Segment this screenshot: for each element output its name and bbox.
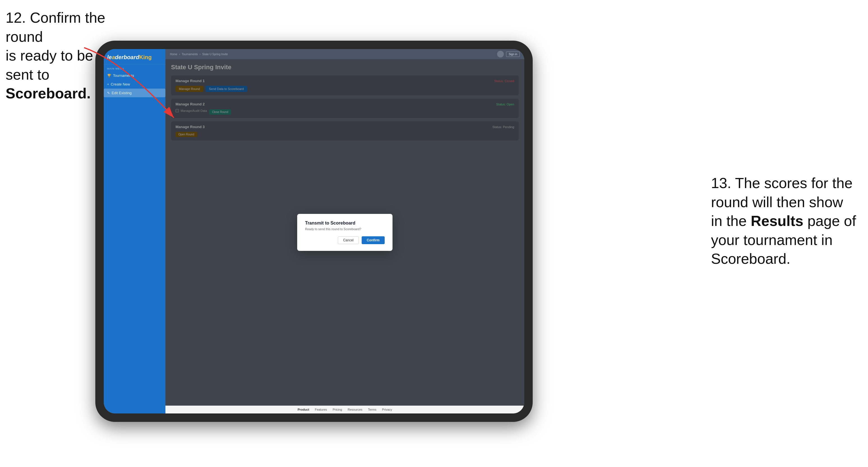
main-content: Home › Tournaments › State U Spring Invi… [165,49,524,413]
modal-cancel-button[interactable]: Cancel [338,236,359,244]
sidebar: leaderboardKing MAIN MENU 🏆 Tournaments … [104,49,165,413]
breadcrumb-sep2: › [199,53,200,56]
modal-subtitle: Ready to send this round to Scoreboard? [305,227,385,231]
breadcrumb-sep1: › [179,53,180,56]
top-nav-right: Sign in [497,51,520,58]
sidebar-item-tournaments[interactable]: 🏆 Tournaments [104,71,165,80]
footer-link-product[interactable]: Product [298,408,309,411]
footer-link-features[interactable]: Features [315,408,327,411]
app-layout: leaderboardKing MAIN MENU 🏆 Tournaments … [104,49,524,413]
main-menu-label: MAIN MENU [104,64,165,71]
breadcrumb-current: State U Spring Invite [202,53,228,56]
footer-link-privacy[interactable]: Privacy [382,408,392,411]
instruction-line1: 12. Confirm the round [6,9,105,45]
sidebar-edit-existing-label: Edit Existing [112,91,132,95]
page-footer: Product Features Pricing Resources Terms… [165,406,524,413]
footer-link-resources[interactable]: Resources [348,408,363,411]
trophy-icon: 🏆 [107,74,111,77]
instr-bottom-text: 13. The scores for the round will then s… [711,175,856,267]
footer-link-pricing[interactable]: Pricing [333,408,342,411]
tablet-device: leaderboardKing MAIN MENU 🏆 Tournaments … [95,41,533,422]
sidebar-item-create-new[interactable]: + Create New [104,80,165,89]
edit-icon: ✎ [107,91,110,95]
modal-box: Transmit to Scoreboard Ready to send thi… [297,214,393,251]
modal-title: Transmit to Scoreboard [305,221,385,226]
logo-king: King [140,54,152,60]
instruction-line3: Scoreboard. [6,85,91,101]
modal-actions: Cancel Confirm [305,236,385,244]
sidebar-tournaments-label: Tournaments [113,73,134,77]
breadcrumb-home[interactable]: Home [170,53,178,56]
sidebar-logo: leaderboardKing [104,49,165,64]
footer-link-terms[interactable]: Terms [368,408,376,411]
plus-icon: + [107,83,109,86]
modal-confirm-button[interactable]: Confirm [362,236,385,244]
instruction-line2: is ready to be sent to [6,48,93,83]
breadcrumb-tournaments[interactable]: Tournaments [182,53,198,56]
instruction-bottom: 13. The scores for the round will then s… [711,174,857,269]
sidebar-item-edit-existing[interactable]: ✎ Edit Existing [104,89,165,97]
breadcrumb: Home › Tournaments › State U Spring Invi… [170,53,228,56]
tablet-screen: leaderboardKing MAIN MENU 🏆 Tournaments … [104,49,524,413]
page-content: State U Spring Invite Manage Round 1 Sta… [165,59,524,406]
avatar [497,51,504,58]
logo-leaderboard: leaderboard [107,54,140,60]
top-nav: Home › Tournaments › State U Spring Invi… [165,49,524,59]
logo: leaderboardKing [107,54,162,61]
modal-overlay: Transmit to Scoreboard Ready to send thi… [165,59,524,406]
sign-in-button[interactable]: Sign in [506,52,520,57]
sidebar-create-new-label: Create New [111,82,130,86]
